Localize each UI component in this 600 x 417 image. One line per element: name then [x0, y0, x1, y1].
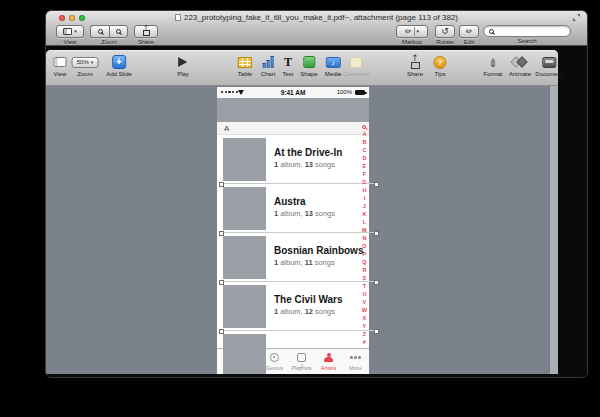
view-button[interactable]: ▾: [56, 25, 84, 38]
kn-add-slide-button[interactable]: + Add Slide: [106, 54, 132, 77]
kn-table-button[interactable]: Table: [238, 54, 252, 77]
preview-window: 223_prototyping_fake_it_till_you_make_it…: [45, 10, 588, 378]
kn-animate-button[interactable]: Animate: [509, 54, 531, 77]
animate-icon: [511, 56, 529, 68]
text-icon: T: [284, 55, 292, 70]
keynote-toolbar: View 50%▾ Zoom + Add Slide Play Table: [46, 50, 558, 86]
artist-row[interactable]: The Civil Wars 1album,12songs: [217, 282, 369, 331]
selection-handle[interactable]: [374, 280, 379, 285]
artist-row[interactable]: Austra 1album,13songs: [217, 184, 369, 233]
rotate-control: ↺ Rotate: [435, 25, 455, 45]
tips-icon: ?: [434, 56, 447, 69]
zoom-out-button[interactable]: [90, 25, 109, 38]
chevron-down-icon: ▾: [91, 60, 94, 65]
artist-name: The Civil Wars: [274, 294, 343, 305]
kn-text-button[interactable]: T Text: [282, 54, 293, 77]
search-label: Search: [517, 38, 536, 44]
selection-handle[interactable]: [219, 182, 224, 187]
search-control: Search: [483, 25, 571, 44]
document-icon: [542, 57, 556, 68]
chevron-down-icon[interactable]: ▾: [417, 29, 420, 34]
chevron-down-icon: ▾: [74, 29, 77, 34]
edit-control: ✏ Edit: [459, 25, 479, 45]
preview-toolbar: ▾ View Zoom ↑ Share ✏ ▾: [46, 24, 587, 46]
markup-label: Markup: [402, 39, 422, 45]
selection-handle[interactable]: [374, 231, 379, 236]
table-icon: [238, 57, 252, 68]
iphone-mockup[interactable]: 9:41 AM 100% A At the Drive-In 1album,13…: [217, 87, 369, 374]
artist-row[interactable]: At the Drive-In 1album,13songs: [217, 135, 369, 184]
zoom-control: Zoom: [90, 25, 128, 45]
title-bar[interactable]: 223_prototyping_fake_it_till_you_make_it…: [46, 11, 587, 24]
artist-meta: 1album,12songs: [274, 307, 337, 316]
share-icon: ↑: [408, 55, 421, 69]
search-input[interactable]: [483, 25, 571, 37]
album-art-placeholder[interactable]: [223, 285, 266, 328]
section-header: A: [217, 122, 369, 135]
zoom-label: Zoom: [101, 39, 116, 45]
selection-handle[interactable]: [219, 231, 224, 236]
kn-shape-button[interactable]: Shape: [300, 54, 317, 77]
artist-meta: 1album,11songs: [274, 258, 337, 267]
artist-meta: 1album,13songs: [274, 209, 337, 218]
search-icon: [489, 29, 494, 34]
tab-playlists[interactable]: ♪ Playlists: [288, 349, 315, 374]
chart-icon: [262, 56, 273, 68]
slide-canvas[interactable]: 9:41 AM 100% A At the Drive-In 1album,13…: [46, 86, 558, 374]
artist-row[interactable]: Bosnian Rainbows 1album,11songs: [217, 233, 369, 282]
minimize-button[interactable]: [69, 15, 75, 21]
preview-content-area: View 50%▾ Zoom + Add Slide Play Table: [46, 46, 587, 377]
traffic-lights: [59, 15, 85, 21]
view-label: View: [64, 39, 77, 45]
kn-play-button[interactable]: Play: [177, 54, 189, 77]
tab-artists[interactable]: Artists: [315, 349, 342, 374]
search-icon: [362, 125, 366, 129]
nav-bar-placeholder[interactable]: [217, 98, 369, 122]
format-brush-icon: ✏: [486, 57, 499, 66]
play-icon: [178, 57, 187, 67]
rotate-button[interactable]: ↺: [435, 25, 455, 38]
kn-view-button[interactable]: View: [54, 54, 67, 77]
share-control: ↑ Share: [134, 25, 158, 45]
close-button[interactable]: [59, 15, 65, 21]
share-label: Share: [138, 39, 154, 45]
index-bar[interactable]: ABCDEFGHIJKLMNOPQRSTUVWXYZ#: [362, 125, 367, 346]
artist-name: Austra: [274, 196, 306, 207]
edit-pencil-icon: ✏: [466, 28, 473, 36]
markup-pen-icon: ✏: [405, 28, 412, 36]
edit-label: Edit: [464, 39, 474, 45]
keynote-window-screenshot: View 50%▾ Zoom + Add Slide Play Table: [46, 50, 558, 374]
markup-button[interactable]: ✏ ▾: [396, 25, 428, 38]
kn-chart-button[interactable]: Chart: [261, 54, 276, 77]
album-art-placeholder[interactable]: [223, 236, 266, 279]
selection-handle[interactable]: [374, 329, 379, 334]
selection-handle[interactable]: [374, 182, 379, 187]
artist-name: Bosnian Rainbows: [274, 245, 363, 256]
rotate-icon: ↺: [441, 27, 449, 36]
comment-icon: [350, 57, 362, 68]
genius-icon: [270, 353, 279, 362]
kn-format-button[interactable]: ✏ Format: [483, 54, 502, 77]
kn-media-button[interactable]: ♪ Media: [325, 54, 341, 77]
battery-percent: 100%: [337, 87, 352, 98]
artist-meta: 1album,13songs: [274, 160, 337, 169]
more-icon: [350, 356, 361, 359]
zoom-in-button[interactable]: [109, 25, 128, 38]
album-art-placeholder[interactable]: [223, 334, 266, 374]
tab-more[interactable]: More: [342, 349, 369, 374]
kn-share-button[interactable]: ↑ Share: [407, 54, 423, 77]
sidebar-icon: [63, 28, 72, 35]
share-button[interactable]: ↑: [134, 25, 158, 38]
album-art-placeholder[interactable]: [223, 138, 266, 181]
kn-document-button[interactable]: Document: [535, 54, 562, 77]
selection-handle[interactable]: [219, 280, 224, 285]
artist-name: At the Drive-In: [274, 147, 342, 158]
scrollbar-track[interactable]: [549, 86, 558, 374]
zoom-button[interactable]: [79, 15, 85, 21]
kn-zoom-dropdown[interactable]: 50%▾ Zoom: [72, 54, 99, 77]
edit-button[interactable]: ✏: [459, 25, 479, 38]
battery-icon: [355, 90, 365, 95]
fullscreen-icon[interactable]: [573, 14, 580, 21]
album-art-placeholder[interactable]: [223, 187, 266, 230]
kn-tips-button[interactable]: ? Tips: [434, 54, 447, 77]
